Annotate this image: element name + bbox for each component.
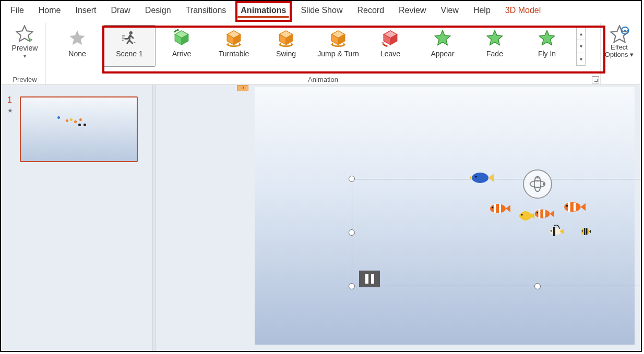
fish-yellow — [517, 208, 534, 224]
effect-options-icon — [610, 25, 629, 44]
svg-point-40 — [582, 230, 583, 231]
chevron-down-icon: ▾ — [23, 53, 26, 59]
svg-point-31 — [536, 212, 538, 214]
menu-item-insert[interactable]: Insert — [68, 2, 103, 19]
ribbon: Preview ▾ Preview NoneScene 1ArriveTurnt… — [1, 20, 641, 85]
svg-marker-9 — [381, 43, 385, 44]
menu-item-home[interactable]: Home — [31, 2, 68, 19]
animation-turntable[interactable]: Turntable — [208, 25, 260, 67]
fish-banner — [548, 225, 564, 238]
animation-leave[interactable]: Leave — [364, 25, 416, 67]
svg-point-22 — [475, 176, 477, 178]
menu-item-design[interactable]: Design — [138, 2, 178, 19]
menu-item-slide-show[interactable]: Slide Show — [293, 2, 350, 19]
slide[interactable] — [255, 87, 635, 345]
ruler-marker: 0 — [237, 85, 248, 91]
svg-rect-30 — [543, 210, 545, 217]
thumb-mini-fish — [70, 118, 73, 121]
animation-gallery: NoneScene 1ArriveTurntableSwingJump & Tu… — [46, 25, 600, 67]
dialog-launcher-icon[interactable] — [592, 76, 599, 83]
thumbnail-panel: 1 ★ — [1, 85, 152, 351]
fish-clown — [533, 207, 554, 221]
fish-clown — [488, 202, 510, 215]
svg-rect-34 — [574, 203, 576, 212]
svg-point-23 — [490, 204, 506, 213]
effect-options-label1: Effect — [611, 44, 628, 51]
cube-orange-icon — [277, 29, 295, 47]
thumb-mini-fish — [84, 124, 86, 126]
gallery-scroll-up[interactable]: ▴ — [577, 28, 585, 40]
fish-clown — [563, 200, 586, 214]
svg-point-18 — [534, 177, 541, 192]
animation-swing[interactable]: Swing — [260, 25, 312, 67]
preview-label: Preview — [12, 44, 38, 52]
gallery-item-label: Leave — [380, 50, 400, 58]
selection-handle[interactable] — [534, 283, 541, 289]
animation-arrive[interactable]: Arrive — [156, 25, 208, 67]
work-area: 1 ★ 0 — [1, 85, 641, 351]
menu-item-file[interactable]: File — [3, 2, 31, 19]
effect-options-label2: Options ▾ — [605, 51, 634, 58]
preview-button[interactable]: Preview ▾ — [12, 23, 38, 59]
preview-star-icon — [16, 25, 33, 43]
animation-appear[interactable]: Appear — [416, 25, 469, 67]
svg-point-35 — [566, 205, 568, 206]
menu-item-help[interactable]: Help — [466, 2, 498, 19]
svg-rect-38 — [584, 228, 586, 235]
rotate-3d-handle[interactable] — [523, 169, 552, 199]
animation-none[interactable]: None — [51, 25, 103, 67]
star-gray-icon — [68, 29, 87, 47]
thumb-mini-fish — [57, 116, 60, 119]
gallery-item-label: None — [68, 50, 86, 58]
svg-rect-25 — [499, 204, 501, 213]
cube-red-icon — [381, 29, 400, 47]
svg-point-12 — [624, 30, 626, 32]
gallery-item-label: Arrive — [172, 50, 192, 58]
ribbon-group-animation: NoneScene 1ArriveTurntableSwingJump & Tu… — [46, 23, 600, 84]
orbit-icon — [528, 175, 547, 193]
thumb-mini-fish — [79, 118, 82, 121]
fish-blue — [470, 170, 494, 185]
menu-item-animations[interactable]: Animations — [233, 2, 293, 19]
svg-rect-29 — [539, 209, 541, 218]
svg-point-17 — [530, 181, 545, 188]
ribbon-group-preview: Preview ▾ Preview — [4, 23, 46, 84]
gallery-item-label: Turntable — [219, 50, 249, 58]
selection-handle[interactable] — [349, 176, 355, 182]
gallery-scroll-more[interactable]: ▾ — [577, 53, 585, 65]
effect-options-button[interactable]: Effect Options ▾ — [605, 24, 634, 59]
star-green-icon — [485, 29, 504, 47]
slide-thumbnail[interactable] — [20, 96, 138, 162]
animation-indicator-icon: ★ — [7, 107, 13, 114]
gallery-item-label: Swing — [276, 50, 296, 58]
menu-item-view[interactable]: View — [434, 2, 466, 19]
animation-jump-turn[interactable]: Jump & Turn — [312, 25, 364, 67]
thumb-mini-fish — [74, 120, 77, 123]
cube-orange-icon — [224, 29, 243, 47]
menu-item-review[interactable]: Review — [391, 2, 433, 19]
menu-item-draw[interactable]: Draw — [103, 2, 137, 19]
thumb-mini-fish — [66, 119, 68, 122]
svg-point-27 — [521, 214, 523, 216]
cube-orange-icon — [329, 29, 348, 47]
selection-handle[interactable] — [349, 283, 355, 289]
svg-point-26 — [492, 207, 494, 209]
slide-number: 1 — [7, 95, 12, 105]
slide-canvas-area: 0 — [156, 85, 641, 351]
menu-bar: FileHomeInsertDrawDesignTransitionsAnima… — [1, 1, 641, 20]
svg-marker-1 — [31, 39, 33, 42]
selection-handle[interactable] — [349, 229, 355, 236]
gallery-scroll: ▴▾▾ — [576, 27, 586, 66]
animation-fade[interactable]: Fade — [469, 25, 521, 67]
animation-scene-1[interactable]: Scene 1 — [103, 25, 156, 67]
gallery-scroll-down[interactable]: ▾ — [577, 40, 585, 53]
svg-rect-39 — [586, 228, 588, 235]
star-green-icon — [538, 29, 556, 47]
menu-item-3d-model[interactable]: 3D Model — [498, 2, 548, 19]
selection-box[interactable] — [352, 179, 641, 286]
gallery-item-label: Fade — [486, 50, 503, 58]
menu-item-transitions[interactable]: Transitions — [178, 2, 234, 19]
pause-icon[interactable] — [359, 271, 380, 287]
animation-fly-in[interactable]: Fly In — [521, 25, 573, 67]
menu-item-record[interactable]: Record — [350, 2, 391, 19]
